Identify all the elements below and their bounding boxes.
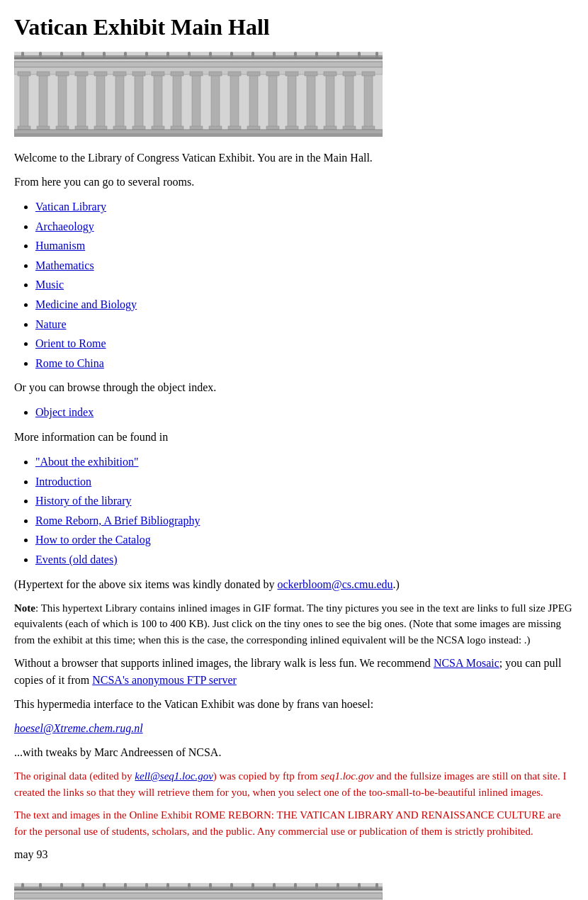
svg-rect-93 [188, 883, 191, 889]
svg-rect-12 [209, 52, 212, 57]
svg-rect-64 [75, 126, 88, 130]
list-item: Introduction [35, 473, 574, 491]
hoesel-email-link[interactable]: hoesel@Xtreme.chem.rug.nl [14, 722, 143, 734]
svg-rect-63 [56, 126, 69, 130]
hypermedia-paragraph: This hypermedia interface to the Vatican… [14, 696, 574, 713]
svg-rect-50 [171, 72, 183, 76]
svg-rect-92 [166, 883, 169, 889]
svg-rect-52 [209, 72, 222, 76]
svg-rect-56 [285, 72, 298, 76]
svg-rect-11 [188, 52, 191, 57]
history-library-link[interactable]: History of the library [35, 495, 132, 507]
svg-rect-102 [375, 883, 378, 889]
svg-rect-13 [230, 52, 233, 57]
list-item: Music [35, 276, 574, 294]
object-index-list: Object index [35, 403, 574, 422]
svg-rect-88 [81, 883, 84, 889]
date-paragraph: may 93 [14, 846, 574, 863]
catalog-link[interactable]: How to order the Catalog [35, 534, 151, 546]
svg-rect-78 [343, 126, 356, 130]
list-item: Events (old dates) [35, 551, 574, 569]
svg-rect-87 [60, 883, 63, 889]
svg-rect-61 [18, 126, 30, 130]
music-link[interactable]: Music [35, 279, 64, 291]
svg-rect-54 [247, 72, 260, 76]
orient-rome-link[interactable]: Orient to Rome [35, 337, 106, 349]
hypertext-credit: (Hypertext for the above six items was k… [14, 576, 574, 593]
events-link[interactable]: Events (old dates) [35, 553, 118, 566]
svg-rect-103 [14, 893, 383, 899]
list-item: Rome to China [35, 354, 574, 373]
svg-rect-97 [273, 883, 276, 889]
original-data-1: The original data (edited by [14, 770, 135, 782]
svg-rect-43 [37, 72, 50, 76]
svg-rect-91 [145, 883, 148, 889]
svg-rect-101 [358, 883, 361, 889]
note-paragraph: Note: This hypertext Library contains in… [14, 600, 574, 648]
ncsa-ftp-link[interactable]: NCSA's anonymous FTP server [92, 674, 237, 686]
about-exhibition-link[interactable]: "About the exhibition" [35, 456, 139, 468]
list-item: Medicine and Biology [35, 296, 574, 314]
svg-rect-41 [364, 74, 373, 128]
ncsa-mosaic-link[interactable]: NCSA Mosaic [434, 657, 499, 669]
svg-rect-4 [39, 52, 42, 57]
list-item: Vatican Library [35, 198, 574, 216]
svg-rect-70 [190, 126, 203, 130]
bibliography-link[interactable]: Rome Reborn, A Brief Bibliography [35, 514, 200, 527]
svg-rect-7 [103, 52, 106, 57]
object-index-link[interactable]: Object index [35, 406, 94, 418]
list-item: Mathematics [35, 257, 574, 275]
svg-rect-55 [266, 72, 279, 76]
list-item: Archaeology [35, 218, 574, 236]
top-banner-image [14, 52, 574, 137]
svg-rect-17 [315, 52, 318, 57]
svg-rect-73 [247, 126, 260, 130]
archaeology-link[interactable]: Archaeology [35, 220, 94, 232]
rooms-list: Vatican Library Archaeology Humanism Mat… [35, 198, 574, 372]
svg-rect-36 [268, 74, 277, 128]
svg-rect-90 [124, 883, 127, 889]
mathematics-link[interactable]: Mathematics [35, 259, 94, 271]
no-browser-paragraph: Without a browser that supports inlined … [14, 655, 574, 689]
svg-rect-32 [192, 74, 200, 128]
svg-rect-48 [132, 72, 145, 76]
nature-link[interactable]: Nature [35, 318, 67, 330]
svg-rect-34 [230, 74, 239, 128]
svg-rect-35 [249, 74, 258, 128]
ockerbloom-email-link[interactable]: ockerbloom@cs.cmu.edu [277, 578, 392, 590]
svg-rect-74 [266, 126, 279, 130]
svg-rect-71 [209, 126, 222, 130]
hypermedia-text: This hypermedia interface to the Vatican… [14, 698, 373, 710]
list-item: "About the exhibition" [35, 453, 574, 471]
rome-china-link[interactable]: Rome to China [35, 357, 104, 369]
svg-rect-95 [230, 883, 233, 889]
svg-rect-85 [21, 883, 24, 889]
svg-rect-9 [145, 52, 148, 57]
svg-rect-79 [362, 126, 375, 130]
svg-rect-28 [115, 74, 124, 128]
humanism-link[interactable]: Humanism [35, 240, 85, 252]
date-text: may 93 [14, 848, 48, 860]
svg-rect-37 [288, 74, 296, 128]
list-item: Nature [35, 315, 574, 334]
medicine-biology-link[interactable]: Medicine and Biology [35, 298, 137, 310]
svg-rect-24 [39, 74, 47, 128]
svg-rect-31 [173, 74, 181, 128]
svg-rect-16 [294, 52, 297, 57]
vatican-library-link[interactable]: Vatican Library [35, 201, 106, 213]
original-data-paragraph: The original data (edited by kell@seq1.l… [14, 768, 574, 800]
note-body: : This hypertext Library contains inline… [14, 602, 572, 646]
svg-rect-75 [285, 126, 298, 130]
list-item: Humanism [35, 237, 574, 255]
tweaks-text: ...with tweaks by Marc Andreessen of NCS… [14, 746, 221, 758]
introduction-link[interactable]: Introduction [35, 476, 91, 488]
svg-rect-94 [209, 883, 212, 889]
page-title: Vatican Exhibit Main Hall [14, 14, 574, 40]
svg-rect-40 [345, 74, 354, 128]
no-browser-text: Without a browser that supports inlined … [14, 657, 434, 669]
kell-email-link[interactable]: kell@seq1.loc.gov [135, 770, 213, 782]
svg-rect-45 [75, 72, 88, 76]
svg-rect-81 [14, 134, 383, 137]
svg-rect-2 [14, 57, 383, 59]
seq1-text: seq1.loc.gov [320, 770, 373, 782]
